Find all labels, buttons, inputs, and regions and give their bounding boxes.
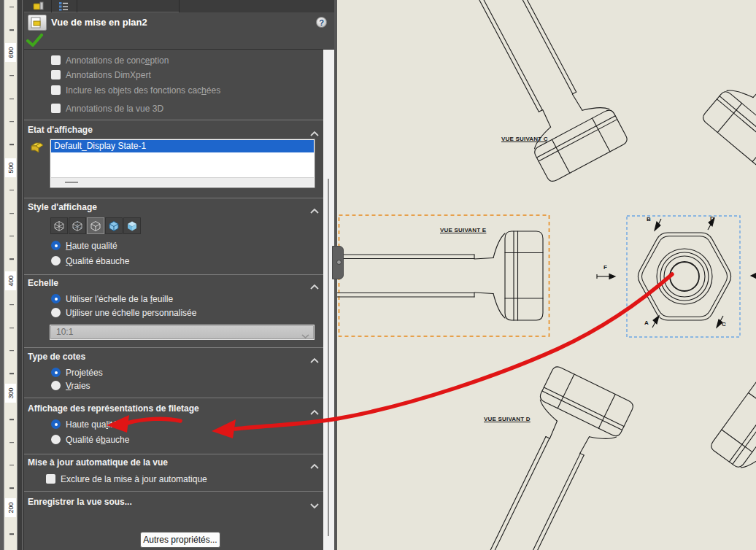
tabbar-line [24,12,179,12]
radio-style-qualite-ebauche[interactable]: Qualité ébauche [51,255,129,266]
ok-button[interactable] [26,33,44,47]
checkbox-box[interactable] [51,85,61,95]
list-item-selected[interactable]: Default_Display State-1 [51,140,314,152]
chevron-up-icon[interactable] [309,354,320,360]
checkbox-box[interactable] [51,104,61,113]
label-part: ualité ébauche [72,256,129,266]
checkbox-hidden-features[interactable]: Inclure les objets des fonctions cachées [51,85,220,96]
tab-configurations[interactable] [51,0,77,12]
label-part: ées [207,85,220,96]
drawing-view-icon-button[interactable] [28,15,47,31]
drawing-view-icon [30,17,45,28]
checkbox-box[interactable] [51,70,61,80]
label-part: Utiliser l'échelle de la [66,294,150,304]
wireframe-button[interactable] [50,217,68,234]
view-label-c[interactable]: VUE SUIVANT C [501,136,548,142]
radio-dot[interactable] [51,419,61,429]
group-header-display-style[interactable]: Style d'affichage [28,202,97,212]
shaded-button[interactable] [123,217,141,234]
chevron-up-icon[interactable] [309,460,320,466]
shaded-with-edges-button[interactable] [105,217,123,234]
ruler-label: 200 [5,498,16,517]
hidden-lines-visible-button[interactable] [69,217,86,234]
label-part: ité [108,419,117,430]
label-part: Annotations DimXpert [66,70,151,80]
label-part: Exclure de la mise à jour automatique [61,474,207,484]
ruler-label-text: 600 [7,47,15,58]
checkbox-annotations-dimxpert[interactable]: Annotations DimXpert [51,69,151,80]
group-header-dim-type[interactable]: Type de cotes [28,352,85,362]
group-separator [24,120,323,120]
display-state-list[interactable]: Default_Display State-1 [50,139,315,188]
group-header-thread-display[interactable]: Affichage des représentations de filetag… [28,403,199,414]
group-separator [24,347,323,348]
chevron-down-icon[interactable] [309,499,320,506]
label-part: Qualité é [66,435,101,445]
configurations-icon [58,1,69,11]
ruler-label: 400 [5,271,16,290]
checkbox-exclude-auto-update[interactable]: Exclure de la mise à jour automatique [46,473,207,484]
checkbox-annotations-conception[interactable]: Annotations de conception [51,55,169,66]
radio-label: Vraies [66,381,90,391]
radio-vraies[interactable]: Vraies [51,380,90,391]
ruler-label: 300 [5,384,16,403]
chevron-up-icon[interactable] [309,280,320,287]
label-part: Annotations de conc [66,55,145,66]
group-header-scale[interactable]: Echelle [28,278,58,288]
radio-thread-haute-qualite[interactable]: Haute qualité [51,419,117,430]
group-separator [24,198,323,198]
tab-divider [179,0,180,12]
tab-divider [77,0,77,12]
radio-dot[interactable] [51,241,61,250]
label-part: U [66,308,72,318]
checkbox-box[interactable] [46,474,55,484]
list-resize-grip[interactable] [51,177,314,187]
display-style-buttons [50,217,141,234]
view-label-e[interactable]: VUE SUIVANT E [440,227,486,233]
chevron-down-icon[interactable] [301,330,309,344]
group-header-save-view[interactable]: Enregistrer la vue sous... [28,497,132,507]
label-part: Annotations de la vue 3D [66,104,163,114]
part-icon [29,139,45,158]
scale-dropdown-value: 10:1 [56,327,73,337]
chevron-up-icon[interactable] [309,406,320,412]
radio-dot[interactable] [51,294,61,303]
more-properties-button[interactable]: Autres propriétés... [140,532,220,548]
radio-sheet-scale[interactable]: Utiliser l'échelle de la feuille [51,293,173,304]
view-label-d[interactable]: VUE SUIVANT D [484,416,531,422]
radio-dot[interactable] [51,368,61,377]
radio-dot[interactable] [51,435,61,444]
tab-property-manager[interactable] [26,0,51,12]
chevron-up-icon[interactable] [309,204,320,211]
radio-dot[interactable] [51,308,61,317]
radio-label: Haute qualité [66,419,117,430]
group-header-display-state[interactable]: Etat d'affichage [28,125,93,135]
group-separator [24,491,323,492]
drawing-sheet[interactable] [337,0,756,550]
radio-label: Utiliser l'échelle de la feuille [66,294,173,304]
radio-label: Projetées [66,368,103,378]
radio-dot[interactable] [51,381,61,390]
checkbox-box[interactable] [51,55,61,65]
ruler-label: 500 [5,158,16,177]
checkbox-label: Exclure de la mise à jour automatique [61,474,207,484]
scale-dropdown[interactable]: 10:1 [50,325,315,340]
marker-letter-b: B [647,216,651,222]
group-header-auto-update[interactable]: Mise à jour automatique de la vue [28,457,168,468]
checkbox-3d-view-annotations[interactable]: Annotations de la vue 3D [51,103,163,114]
radio-projetees[interactable]: Projetées [51,367,103,378]
chevron-up-icon[interactable] [309,127,320,133]
marker-letter-f: F [603,264,607,271]
panel-splitter-handle[interactable] [332,246,344,279]
radio-style-haute-qualite[interactable]: Haute qualité [51,240,117,251]
vertical-ruler: 600 500 400 300 200 [4,0,18,550]
radio-custom-scale[interactable]: Utiliser une échelle personnalisée [51,307,196,318]
label-part: V [66,381,72,391]
radio-thread-qualite-ebauche[interactable]: Qualité ébauche [51,434,129,445]
marker-letter-c: C [722,321,726,328]
panel-scrollbar-thumb[interactable] [328,179,329,536]
ruler-label: 600 [5,43,16,62]
help-icon[interactable]: ? [316,17,327,28]
radio-dot[interactable] [51,256,61,266]
hidden-lines-removed-button[interactable] [87,217,104,234]
